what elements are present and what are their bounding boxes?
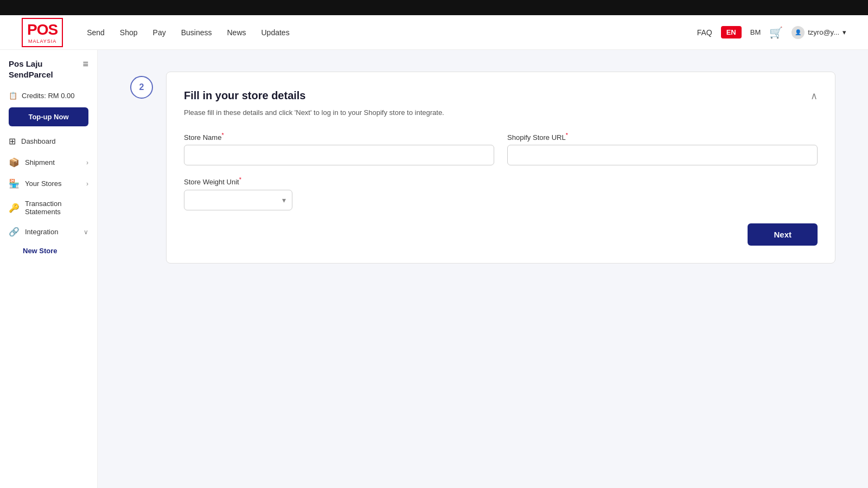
pos-logo: POS MALAYSIA	[22, 18, 63, 47]
nav-updates[interactable]: Updates	[261, 28, 290, 37]
cart-icon[interactable]: 🛒	[769, 26, 783, 39]
sidebar-item-integration[interactable]: 🔗 Integration ∨	[0, 221, 97, 242]
sidebar-shipment-label: Shipment	[25, 158, 81, 166]
form-row-1: Store Name* Shopify Store URL*	[184, 132, 818, 165]
logo-malaysia-text: MALAYSIA	[27, 38, 58, 44]
user-chevron-icon: ▾	[843, 28, 846, 36]
form-row-2: Store Weight Unit* kg g lb oz ▾	[184, 176, 818, 210]
user-email: tzyro@y...	[808, 28, 839, 36]
user-dropdown[interactable]: 👤 tzyro@y... ▾	[792, 26, 846, 39]
shopify-url-input[interactable]	[507, 145, 818, 165]
weight-unit-group: Store Weight Unit* kg g lb oz ▾	[184, 176, 292, 210]
shopify-url-label: Shopify Store URL*	[507, 132, 818, 142]
sidebar-item-your-stores[interactable]: 🏪 Your Stores ›	[0, 173, 97, 194]
faq-link[interactable]: FAQ	[697, 28, 712, 37]
your-stores-icon: 🏪	[9, 178, 20, 189]
form-card-title: Fill in your store details	[184, 89, 306, 102]
form-footer: Next	[184, 223, 818, 246]
logo-area: POS MALAYSIA	[22, 18, 65, 47]
lang-bm-button[interactable]: BM	[750, 28, 761, 36]
credits-label: Credits: RM 0.00	[22, 92, 75, 100]
sidebar-item-dashboard[interactable]: ⊞ Dashboard	[0, 131, 97, 152]
sidebar-menu-icon[interactable]: ≡	[82, 59, 88, 70]
nav-send[interactable]: Send	[87, 28, 105, 37]
nav-business[interactable]: Business	[181, 28, 212, 37]
weight-unit-label: Store Weight Unit*	[184, 176, 292, 186]
sidebar-credits: 📋 Credits: RM 0.00	[0, 88, 97, 103]
header-right: FAQ EN BM 🛒 👤 tzyro@y... ▾	[697, 26, 846, 39]
user-avatar: 👤	[792, 26, 805, 39]
shipment-icon: 📦	[9, 157, 20, 168]
integration-icon: 🔗	[9, 227, 20, 237]
sidebar-your-stores-label: Your Stores	[25, 179, 81, 188]
top-bar	[0, 0, 868, 15]
credits-icon: 📋	[9, 92, 17, 100]
sidebar-sub-new-store[interactable]: New Store	[0, 242, 97, 259]
store-name-group: Store Name*	[184, 132, 494, 165]
app-name: Pos LajuSendParcel	[9, 59, 88, 80]
shopify-url-group: Shopify Store URL*	[507, 132, 818, 165]
sidebar-transaction-label: Transaction Statements	[25, 200, 88, 216]
main-nav: Send Shop Pay Business News Updates	[87, 28, 697, 37]
next-button[interactable]: Next	[748, 223, 818, 246]
topup-button[interactable]: Top-up Now	[9, 107, 88, 126]
sidebar-item-shipment[interactable]: 📦 Shipment ›	[0, 152, 97, 173]
sidebar-integration-label: Integration	[25, 228, 78, 236]
nav-news[interactable]: News	[227, 28, 246, 37]
main-content: 2 Fill in your store details ∧ Please fi…	[98, 50, 868, 488]
store-name-input[interactable]	[184, 145, 494, 165]
step-number: 2	[130, 76, 153, 99]
logo-pos-text: POS	[27, 21, 58, 38]
nav-shop[interactable]: Shop	[120, 28, 138, 37]
body-layout: ≡ Pos LajuSendParcel 📋 Credits: RM 0.00 …	[0, 50, 868, 488]
integration-chevron-icon: ∨	[84, 228, 88, 236]
sidebar-dashboard-label: Dashboard	[21, 137, 88, 145]
shipment-chevron-icon: ›	[86, 159, 88, 166]
form-card: Fill in your store details ∧ Please fill…	[166, 72, 835, 264]
nav-pay[interactable]: Pay	[153, 28, 166, 37]
transaction-icon: 🔑	[9, 203, 20, 213]
weight-unit-select[interactable]: kg g lb oz	[184, 190, 292, 210]
form-card-header: Fill in your store details ∧	[184, 89, 818, 102]
sidebar-title-area: ≡ Pos LajuSendParcel	[0, 59, 97, 88]
sidebar-item-transaction-statements[interactable]: 🔑 Transaction Statements	[0, 194, 97, 221]
header: POS MALAYSIA Send Shop Pay Business News…	[0, 15, 868, 50]
collapse-button[interactable]: ∧	[810, 90, 818, 102]
sidebar: ≡ Pos LajuSendParcel 📋 Credits: RM 0.00 …	[0, 50, 98, 488]
store-name-label: Store Name*	[184, 132, 494, 142]
your-stores-chevron-icon: ›	[86, 180, 88, 188]
weight-unit-select-wrapper: kg g lb oz ▾	[184, 190, 292, 210]
lang-en-button[interactable]: EN	[721, 26, 742, 38]
form-card-subtitle: Please fill in these details and click '…	[184, 108, 818, 117]
step-container: 2 Fill in your store details ∧ Please fi…	[130, 72, 835, 264]
dashboard-icon: ⊞	[9, 136, 16, 146]
